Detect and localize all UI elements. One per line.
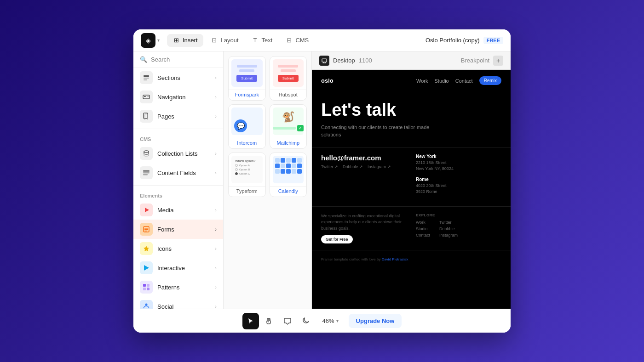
media-arrow: › (215, 207, 217, 213)
svg-rect-5 (147, 96, 148, 97)
oslo-hero: Let's talk Connecting with our clients t… (312, 91, 511, 143)
forms-arrow: › (215, 226, 217, 232)
oslo-nav-contact[interactable]: Contact (455, 78, 473, 84)
oslo-explore-work[interactable]: Work (416, 220, 430, 225)
oslo-credit: Framer template crafted with love by Dav… (312, 250, 511, 266)
comment-tool-button[interactable] (279, 313, 296, 329)
calendly-preview (270, 153, 307, 186)
content-fields-item[interactable]: Content Fields › (133, 163, 223, 182)
desktop-icon (319, 56, 329, 66)
oslo-nav-studio[interactable]: Studio (435, 78, 449, 84)
oslo-explore-dribbble[interactable]: Dribbble (439, 226, 458, 231)
pages-item[interactable]: Pages › (133, 107, 223, 126)
upgrade-button[interactable]: Upgrade Now (349, 314, 402, 328)
oslo-nav-links: Work Studio Contact Remix (416, 76, 501, 85)
oslo-get-free-button[interactable]: Get for Free (321, 235, 353, 243)
add-breakpoint-button[interactable]: + (493, 56, 503, 66)
oslo-explore-contact[interactable]: Contact (416, 233, 430, 238)
oslo-rome-city: Rome (416, 177, 501, 182)
svg-rect-3 (143, 95, 150, 99)
dark-mode-button[interactable] (298, 313, 314, 329)
oslo-footer-left: We specialize in crafting exceptional di… (321, 213, 407, 244)
intercom-preview: 💬 (229, 105, 265, 138)
svg-rect-21 (147, 284, 150, 287)
interactive-item[interactable]: Interactive › (133, 258, 223, 277)
logo-button[interactable]: ◈ (141, 33, 155, 48)
oslo-new-york-address: 2210 18th Street New York NY, 80024 (416, 160, 501, 172)
tab-text[interactable]: T Text (246, 34, 278, 47)
oslo-contact-section: hello@framer.com Twitter ↗ Dribbble ↗ In… (312, 147, 511, 206)
oslo-offices: New York 2210 18th Street New York NY, 8… (416, 154, 501, 200)
oslo-dribbble-link[interactable]: Dribbble ↗ (343, 164, 363, 169)
oslo-nav-work[interactable]: Work (416, 78, 428, 84)
oslo-explore-studio[interactable]: Studio (416, 226, 430, 231)
main-content: 🔍 Sections › Navigation › (133, 51, 511, 309)
oslo-instagram-link[interactable]: Instagram ↗ (368, 164, 391, 169)
project-title: Oslo Portfolio (copy) (426, 37, 480, 44)
widget-calendly[interactable]: Calendly (270, 153, 307, 197)
hand-tool-button[interactable] (261, 313, 277, 329)
collection-lists-item[interactable]: Collection Lists › (133, 144, 223, 163)
svg-rect-1 (144, 78, 149, 79)
oslo-remix-button[interactable]: Remix (479, 76, 501, 85)
breakpoint-label[interactable]: Breakpoint (461, 57, 489, 64)
top-bar: ◈ ▾ ⊞ Insert ⊡ Layout T Text ⊟ CMS Oslo … (133, 29, 511, 51)
oslo-credit-name: David Pietrasiak (382, 257, 408, 261)
tab-layout[interactable]: ⊡ Layout (205, 34, 244, 47)
oslo-explore-col1: Work Studio Contact (416, 220, 430, 238)
oslo-twitter-link[interactable]: Twitter ↗ (321, 164, 338, 169)
hubspot-preview: Submit (270, 57, 307, 90)
oslo-explore-col2: Twitter Dribbble Instagram (439, 220, 458, 238)
oslo-social-links: Twitter ↗ Dribbble ↗ Instagram ↗ (321, 164, 407, 169)
widget-mailchimp[interactable]: 🐒 ✓ Mailchimp (270, 104, 307, 149)
forms-item[interactable]: Forms › (133, 220, 223, 239)
cursor-tool-button[interactable] (242, 313, 259, 329)
oslo-hero-subtitle: Connecting with our clients to create ta… (321, 124, 431, 139)
widget-typeform[interactable]: Which option? Option A Option B Option C… (228, 153, 266, 197)
navigation-item[interactable]: Navigation › (133, 87, 223, 107)
social-label: Social (157, 303, 210, 309)
oslo-new-york-city: New York (416, 154, 501, 159)
forms-label: Forms (157, 226, 210, 233)
zoom-value: 46% (322, 317, 334, 324)
oslo-explore-twitter[interactable]: Twitter (439, 220, 458, 225)
svg-marker-19 (144, 265, 149, 271)
svg-rect-10 (143, 170, 150, 172)
widget-hubspot[interactable]: Submit Hubspot (270, 56, 307, 101)
typeform-label: Typeform (229, 186, 265, 197)
typeform-preview: Which option? Option A Option B Option C (229, 153, 265, 186)
search-box[interactable]: 🔍 (133, 51, 223, 68)
svg-rect-2 (144, 79, 147, 80)
media-item[interactable]: Media › (133, 200, 223, 220)
oslo-email: hello@framer.com (321, 154, 407, 162)
navigation-icon (140, 90, 153, 103)
pages-icon (140, 110, 153, 123)
search-input[interactable] (151, 56, 217, 63)
calendly-label: Calendly (270, 186, 307, 197)
social-item[interactable]: Social › (133, 297, 223, 309)
framer-logo-icon: ◈ (146, 37, 151, 44)
logo-dropdown-arrow[interactable]: ▾ (157, 38, 160, 43)
zoom-control[interactable]: 46% ▾ (318, 315, 343, 327)
patterns-label: Patterns (157, 284, 210, 291)
svg-rect-16 (144, 229, 148, 230)
hubspot-label: Hubspot (270, 90, 307, 100)
patterns-item[interactable]: Patterns › (133, 277, 223, 297)
oslo-explore-links: Work Studio Contact Twitter Dribbble Ins… (416, 220, 501, 238)
bottom-toolbar: 46% ▾ Upgrade Now (133, 309, 511, 333)
widget-formspark[interactable]: Submit Formspark (228, 56, 266, 101)
intercom-bubble-icon: 💬 (237, 122, 245, 130)
icons-item[interactable]: Icons › (133, 239, 223, 258)
sections-icon (140, 71, 153, 84)
media-icon (140, 204, 153, 216)
tab-cms[interactable]: ⊟ CMS (280, 34, 314, 47)
right-panel: Desktop 1100 Breakpoint + oslo Work Stud… (312, 51, 511, 309)
text-icon: T (252, 37, 259, 44)
widget-intercom[interactable]: 💬 Intercom (228, 104, 266, 149)
sections-item[interactable]: Sections › (133, 68, 223, 87)
icons-arrow: › (215, 246, 217, 251)
oslo-explore-instagram[interactable]: Instagram (439, 233, 458, 238)
svg-rect-15 (144, 228, 148, 229)
oslo-credit-text: Framer template crafted with love by Dav… (321, 257, 408, 261)
tab-insert[interactable]: ⊞ Insert (167, 34, 203, 47)
